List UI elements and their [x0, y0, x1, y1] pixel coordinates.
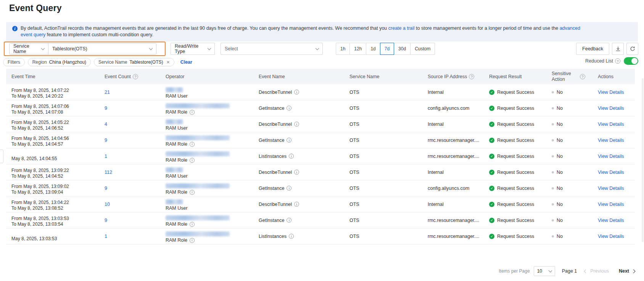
table-header-row: Event Time Event Count? Operator Event N…: [6, 69, 635, 84]
event-time-cell: From May 8, 2025, 13:03:53To May 8, 2025…: [6, 214, 99, 227]
info-icon[interactable]: i: [294, 122, 299, 127]
info-icon[interactable]: i: [289, 154, 294, 159]
info-icon[interactable]: i: [287, 138, 291, 143]
table-row: May 8, 2025, 13:03:531RAM RoleiListInsta…: [6, 228, 635, 244]
filters-chip[interactable]: Filters: [3, 58, 25, 66]
event-count-link[interactable]: 10: [105, 202, 110, 207]
event-count-link[interactable]: 21: [105, 90, 110, 95]
info-icon[interactable]: i: [287, 106, 291, 111]
info-icon[interactable]: i: [294, 90, 299, 95]
region-chip-label: Region: [32, 59, 47, 65]
event-name-label: DescribeTunnel: [259, 170, 292, 175]
service-name-value: OTS: [349, 234, 359, 239]
view-details-link[interactable]: View Details: [598, 202, 624, 207]
view-details-link[interactable]: View Details: [598, 154, 624, 159]
sensitive-action-cell: No: [546, 234, 592, 239]
scrollbar[interactable]: [642, 78, 644, 242]
event-time-text: To May 8, 2025, 13:08:52: [11, 206, 99, 211]
dot-icon: [552, 123, 554, 125]
info-icon[interactable]: i: [294, 170, 299, 175]
view-details-link[interactable]: View Details: [598, 170, 624, 175]
service-name-cell: OTS: [344, 106, 422, 111]
sidebar-collapse-handle[interactable]: [0, 149, 3, 163]
next-page-button[interactable]: Next: [619, 268, 635, 274]
info-icon[interactable]: i: [287, 186, 291, 191]
create-trail-link[interactable]: create a trail: [388, 26, 415, 31]
service-name-cell: OTS: [344, 234, 422, 239]
filter-field-dropdown[interactable]: Service Name: [10, 43, 48, 54]
reduced-list-toggle[interactable]: [624, 57, 638, 65]
event-count-link[interactable]: 9: [105, 106, 107, 111]
view-details-link[interactable]: View Details: [598, 138, 624, 143]
download-button[interactable]: [612, 43, 624, 55]
event-name-cell: GetInstancei: [253, 138, 344, 143]
time-range-30d[interactable]: 30d: [394, 43, 411, 55]
info-icon[interactable]: i: [190, 142, 195, 147]
view-details-link[interactable]: View Details: [598, 234, 624, 239]
source-ip-cell: rmc.resourcemanager....: [422, 154, 484, 159]
dot-icon: [552, 187, 554, 189]
header-service-name: Service Name: [344, 74, 422, 79]
info-icon[interactable]: i: [190, 238, 195, 243]
region-filter-chip[interactable]: Region China (Hangzhou): [28, 58, 91, 66]
event-count-link[interactable]: 112: [105, 170, 112, 175]
source-ip-value: rmc.resourcemanager....: [428, 234, 479, 239]
help-icon[interactable]: ?: [580, 74, 585, 79]
close-icon[interactable]: ×: [166, 59, 169, 65]
pagination-bar: Items per Page 10 Page 1 Previous Next: [499, 266, 635, 276]
info-icon[interactable]: i: [294, 202, 299, 207]
source-ip-value: rmc.resourcemanager....: [428, 218, 479, 223]
items-per-page-select[interactable]: 10: [534, 266, 555, 276]
service-name-value: OTS: [349, 154, 359, 159]
time-range-custom[interactable]: Custom: [411, 43, 435, 55]
event-count-link[interactable]: 9: [105, 218, 107, 223]
toggle-knob: [631, 58, 638, 64]
operator-name-redacted: [166, 103, 230, 108]
source-ip-cell: config.aliyuncs.com: [422, 106, 484, 111]
help-icon[interactable]: ?: [133, 74, 138, 79]
event-count-link[interactable]: 9: [105, 186, 107, 191]
view-details-link[interactable]: View Details: [598, 186, 624, 191]
banner-segment: feature to implement custom multi-condit…: [45, 32, 153, 37]
info-icon[interactable]: i: [289, 234, 294, 239]
info-icon[interactable]: i: [190, 190, 195, 195]
time-range-1h[interactable]: 1h: [336, 43, 350, 55]
time-range-12h[interactable]: 12h: [350, 43, 366, 55]
reduced-list-control: Reduced List ?: [585, 57, 638, 65]
info-icon[interactable]: i: [190, 110, 195, 115]
request-result-cell: ✓Request Success: [484, 202, 546, 207]
filter-value-dropdown[interactable]: Tablestore(OTS): [48, 43, 156, 54]
operator-name-redacted: [166, 199, 183, 204]
view-details-link[interactable]: View Details: [598, 218, 624, 223]
table-row: From May 8, 2025, 13:04:22To May 8, 2025…: [6, 196, 635, 212]
help-icon[interactable]: ?: [615, 58, 620, 64]
event-count-link[interactable]: 4: [105, 122, 107, 127]
operator-cell: RAM User: [160, 85, 253, 99]
refresh-button[interactable]: [626, 43, 638, 55]
service-name-filter-chip[interactable]: Service Name Tablestore(OTS) ×: [94, 58, 174, 66]
event-count-cell: 1: [99, 154, 160, 159]
info-icon[interactable]: i: [190, 222, 195, 227]
time-range-1d[interactable]: 1d: [366, 43, 380, 55]
clear-filters-link[interactable]: Clear: [180, 59, 192, 65]
help-icon[interactable]: ?: [469, 74, 474, 79]
view-details-link[interactable]: View Details: [598, 90, 624, 95]
view-details-link[interactable]: View Details: [598, 106, 624, 111]
event-count-link[interactable]: 9: [105, 138, 107, 143]
operator-type-label: RAM Role: [166, 238, 187, 243]
info-icon[interactable]: i: [287, 218, 291, 223]
previous-page-button[interactable]: Previous: [584, 268, 609, 274]
value-select-dropdown[interactable]: Select: [221, 43, 323, 55]
read-write-type-dropdown[interactable]: Read/Write Type: [171, 43, 215, 55]
event-name-label: GetInstance: [259, 218, 284, 223]
filter-value-label: Tablestore(OTS): [52, 46, 87, 51]
time-range-7d[interactable]: 7d: [380, 43, 394, 55]
table-row: From May 8, 2025, 13:03:53To May 8, 2025…: [6, 212, 635, 228]
event-count-link[interactable]: 1: [105, 234, 107, 239]
view-details-link[interactable]: View Details: [598, 122, 624, 127]
chevron-right-icon: [632, 269, 636, 273]
event-count-link[interactable]: 1: [105, 154, 107, 159]
chevron-down-icon: [149, 47, 153, 50]
info-icon[interactable]: i: [190, 158, 195, 163]
feedback-button[interactable]: Feedback: [576, 43, 609, 55]
